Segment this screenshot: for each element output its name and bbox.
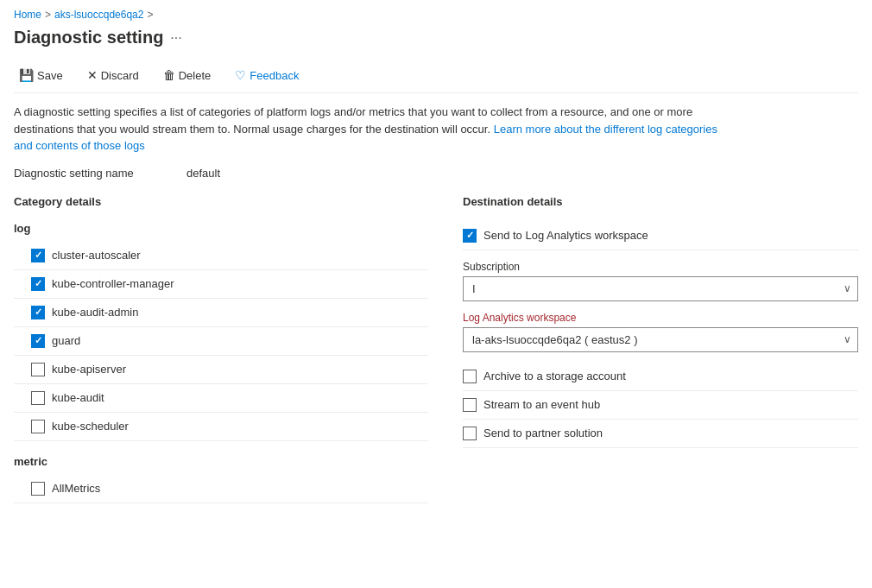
page-container: Home > aks-lsuoccqde6qa2 > Diagnostic se…	[0, 0, 872, 526]
select-wrapper-subscription: I∨	[463, 276, 858, 301]
checkbox-kube-audit[interactable]	[31, 391, 45, 405]
feedback-button[interactable]: ♡ Feedback	[230, 65, 304, 85]
label-kube-controller-manager: kube-controller-manager	[52, 277, 174, 290]
setting-name-row: Diagnostic setting name default	[14, 167, 858, 180]
more-options-button[interactable]: ···	[170, 30, 181, 46]
delete-icon: 🗑	[163, 68, 175, 82]
label-kube-apiserver: kube-apiserver	[52, 363, 126, 376]
checkbox-guard[interactable]	[31, 334, 45, 348]
category-section: Category details log cluster-autoscalerk…	[14, 195, 428, 517]
log-item-kube-scheduler: kube-scheduler	[14, 413, 428, 441]
label-guard: guard	[52, 334, 80, 347]
category-section-title: Category details	[14, 195, 428, 208]
field-group-workspace: Log Analytics workspacela-aks-lsuoccqde6…	[463, 312, 858, 352]
dest-label-log-analytics: Send to Log Analytics workspace	[483, 229, 648, 242]
feedback-icon: ♡	[235, 68, 246, 82]
select-workspace[interactable]: la-aks-lsuoccqde6qa2 ( eastus2 )	[463, 327, 858, 352]
checkbox-kube-apiserver[interactable]	[31, 363, 45, 376]
dest-checkbox-partner-solution[interactable]	[463, 427, 477, 440]
metric-items-list: AllMetrics	[14, 475, 428, 503]
discard-button[interactable]: ✕ Discard	[82, 65, 144, 85]
destination-options-list: Send to Log Analytics workspaceSubscript…	[463, 222, 858, 448]
feedback-label: Feedback	[250, 69, 299, 82]
page-title: Diagnostic setting	[14, 28, 163, 47]
metric-group: metric AllMetrics	[14, 455, 428, 503]
field-label-workspace: Log Analytics workspace	[463, 312, 858, 324]
setting-name-label: Diagnostic setting name	[14, 167, 169, 180]
breadcrumb: Home > aks-lsuoccqde6qa2 >	[14, 9, 858, 21]
dest-row-log-analytics: Send to Log Analytics workspace	[463, 222, 858, 250]
save-button[interactable]: 💾 Save	[14, 65, 68, 85]
delete-button[interactable]: 🗑 Delete	[158, 65, 217, 85]
label-kube-audit: kube-audit	[52, 391, 104, 404]
dest-label-storage-account: Archive to a storage account	[483, 370, 626, 383]
breadcrumb-resource[interactable]: aks-lsuoccqde6qa2	[54, 9, 143, 21]
breadcrumb-home[interactable]: Home	[14, 9, 41, 21]
breadcrumb-sep2: >	[147, 9, 153, 21]
log-group: log cluster-autoscalerkube-controller-ma…	[14, 222, 428, 441]
dest-label-partner-solution: Send to partner solution	[483, 427, 603, 439]
page-title-row: Diagnostic setting ···	[14, 28, 858, 47]
save-icon: 💾	[19, 68, 34, 82]
checkbox-kube-scheduler[interactable]	[31, 420, 45, 433]
description-text: A diagnostic setting specifies a list of…	[14, 104, 722, 155]
checkbox-AllMetrics[interactable]	[31, 482, 45, 496]
log-item-kube-apiserver: kube-apiserver	[14, 356, 428, 384]
log-item-kube-controller-manager: kube-controller-manager	[14, 270, 428, 299]
checkbox-cluster-autoscaler[interactable]	[31, 249, 45, 262]
save-label: Save	[37, 69, 63, 82]
dest-checkbox-storage-account[interactable]	[463, 370, 477, 383]
log-item-cluster-autoscaler: cluster-autoscaler	[14, 242, 428, 270]
dest-row-partner-solution: Send to partner solution	[463, 420, 858, 448]
select-subscription[interactable]: I	[463, 276, 858, 301]
checkbox-kube-audit-admin[interactable]	[31, 306, 45, 319]
destination-section: Destination details Send to Log Analytic…	[463, 195, 858, 517]
dest-checkbox-event-hub[interactable]	[463, 398, 477, 412]
toolbar: 💾 Save ✕ Discard 🗑 Delete ♡ Feedback	[14, 58, 858, 93]
metric-item-AllMetrics: AllMetrics	[14, 475, 428, 503]
delete-label: Delete	[179, 69, 212, 82]
log-item-kube-audit: kube-audit	[14, 384, 428, 413]
log-items-list: cluster-autoscalerkube-controller-manage…	[14, 242, 428, 441]
field-label-subscription: Subscription	[463, 261, 858, 273]
metric-group-label: metric	[14, 455, 428, 468]
breadcrumb-sep1: >	[45, 9, 51, 21]
label-cluster-autoscaler: cluster-autoscaler	[52, 249, 141, 262]
log-group-label: log	[14, 222, 428, 235]
checkbox-kube-controller-manager[interactable]	[31, 277, 45, 291]
dest-row-storage-account: Archive to a storage account	[463, 363, 858, 391]
log-item-guard: guard	[14, 327, 428, 356]
dest-row-event-hub: Stream to an event hub	[463, 391, 858, 420]
select-wrapper-workspace: la-aks-lsuoccqde6qa2 ( eastus2 )∨	[463, 327, 858, 352]
dest-label-event-hub: Stream to an event hub	[483, 398, 600, 411]
label-kube-scheduler: kube-scheduler	[52, 420, 129, 433]
setting-name-value: default	[186, 167, 220, 180]
discard-label: Discard	[101, 69, 139, 82]
field-group-subscription: SubscriptionI∨	[463, 261, 858, 301]
dest-checkbox-log-analytics[interactable]	[463, 229, 477, 243]
destination-section-title: Destination details	[463, 195, 858, 208]
discard-icon: ✕	[87, 68, 98, 82]
label-AllMetrics: AllMetrics	[52, 482, 100, 495]
label-kube-audit-admin: kube-audit-admin	[52, 306, 138, 319]
main-content: Category details log cluster-autoscalerk…	[14, 195, 858, 517]
log-item-kube-audit-admin: kube-audit-admin	[14, 299, 428, 327]
